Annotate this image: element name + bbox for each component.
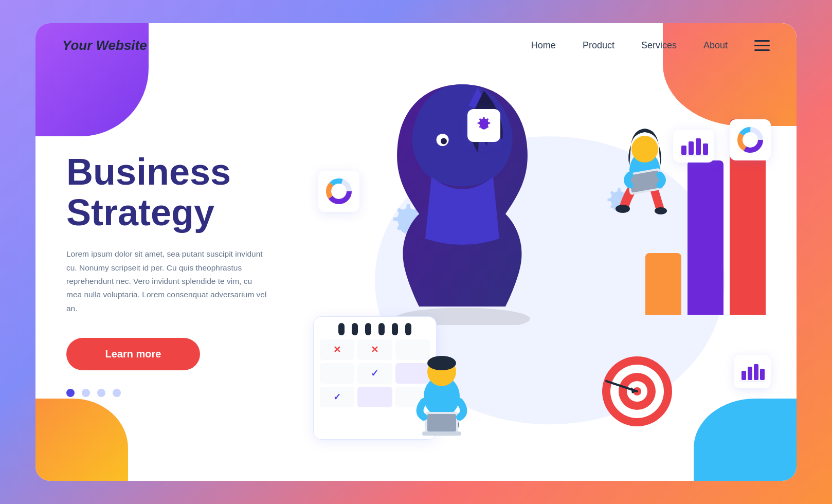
cal-cell-5: ✓ xyxy=(357,363,392,384)
main-card: Your Website Home Product Services About… xyxy=(35,23,797,481)
target-bullseye xyxy=(601,355,673,429)
svg-rect-35 xyxy=(741,371,746,380)
float-card-donut-right xyxy=(730,119,771,160)
svg-point-10 xyxy=(655,207,667,214)
ring-5 xyxy=(392,323,398,335)
dot-2[interactable] xyxy=(82,389,90,397)
hamburger-menu[interactable] xyxy=(754,40,770,51)
cal-cell-7: ✓ xyxy=(320,387,354,407)
nav-link-services[interactable]: Services xyxy=(641,40,677,51)
cal-cell-4 xyxy=(320,363,354,384)
dot-4[interactable] xyxy=(113,389,121,397)
hero-left: Business Strategy Lorem ipsum dolor sit … xyxy=(35,68,303,481)
svg-rect-38 xyxy=(760,369,765,380)
chess-knight-figure xyxy=(365,78,560,325)
svg-rect-29 xyxy=(703,143,708,155)
hero-title-line2: Strategy xyxy=(66,192,214,233)
nav-link-about[interactable]: About xyxy=(703,40,728,51)
site-logo: Your Website xyxy=(62,38,147,53)
hero-illustration: ✕ ✕ ✓ ✓ xyxy=(303,68,797,481)
ring-3 xyxy=(365,323,371,335)
ring-1 xyxy=(338,323,345,335)
float-card-donut-left xyxy=(318,171,359,212)
calendar-rings xyxy=(320,323,430,335)
hero-description: Lorem ipsum dolor sit amet, sea putant s… xyxy=(66,247,267,315)
nav-link-product[interactable]: Product xyxy=(583,40,614,51)
svg-rect-27 xyxy=(689,141,694,155)
nav-links: Home Product Services About xyxy=(531,40,770,51)
svg-rect-7 xyxy=(427,414,456,431)
hamburger-line-1 xyxy=(754,40,770,42)
carousel-dots xyxy=(66,389,303,397)
svg-rect-26 xyxy=(681,146,686,155)
learn-more-button[interactable]: Learn more xyxy=(66,338,200,370)
svg-point-9 xyxy=(616,205,630,213)
svg-point-12 xyxy=(631,136,658,163)
main-content: Business Strategy Lorem ipsum dolor sit … xyxy=(35,68,797,481)
person-sitting xyxy=(395,345,488,450)
float-card-bar-bottom xyxy=(734,355,771,388)
nav-link-home[interactable]: Home xyxy=(531,40,556,51)
navbar: Your Website Home Product Services About xyxy=(35,23,797,68)
cal-cell-2: ✕ xyxy=(357,339,392,360)
svg-rect-37 xyxy=(754,364,758,380)
svg-rect-28 xyxy=(696,138,701,155)
svg-rect-36 xyxy=(748,367,752,380)
hero-title-line1: Business xyxy=(66,151,231,192)
ring-6 xyxy=(405,323,411,335)
hamburger-line-2 xyxy=(754,45,770,46)
bar-orange xyxy=(645,253,681,315)
hero-title: Business Strategy xyxy=(66,152,303,233)
ring-2 xyxy=(352,323,358,335)
svg-rect-8 xyxy=(422,431,461,436)
svg-point-2 xyxy=(441,138,447,144)
hamburger-line-3 xyxy=(754,49,770,51)
float-card-gear xyxy=(467,109,500,142)
float-card-bar-top xyxy=(673,130,714,163)
cal-cell-8 xyxy=(357,387,392,407)
ring-4 xyxy=(378,323,385,335)
dot-1[interactable] xyxy=(66,389,75,397)
dot-3[interactable] xyxy=(97,389,105,397)
svg-point-5 xyxy=(427,356,456,370)
cal-cell-1: ✕ xyxy=(320,339,354,360)
